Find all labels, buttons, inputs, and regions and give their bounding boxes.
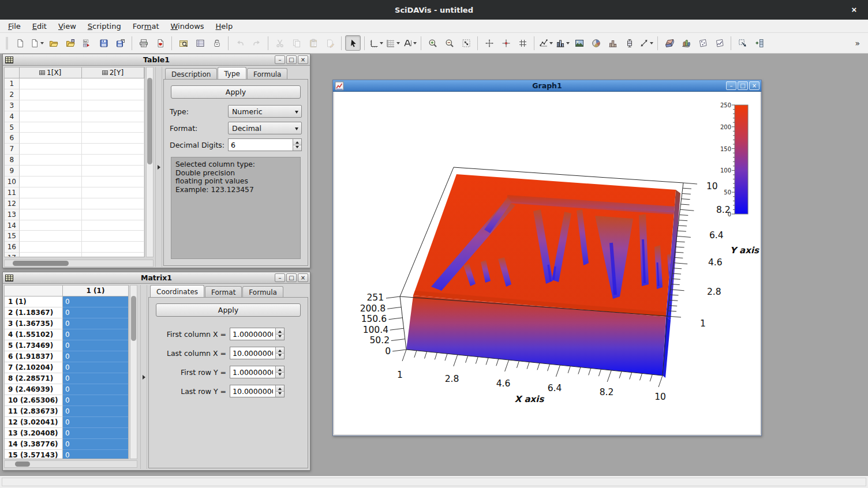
scrollbar-thumb[interactable] [131, 296, 136, 341]
first-row-y-input[interactable] [230, 366, 275, 378]
tab-formula[interactable]: Formula [247, 68, 288, 80]
row-header[interactable]: 7 [5, 144, 20, 155]
matrix-cell[interactable]: 0 [63, 384, 128, 395]
open-project-button[interactable] [46, 35, 61, 51]
table-cell[interactable] [20, 209, 82, 220]
table-cell[interactable] [82, 177, 144, 187]
matrix-row-header[interactable]: 11 (2.83673) [5, 406, 63, 417]
minimize-button[interactable]: – [275, 273, 285, 282]
spin-up-icon[interactable] [276, 328, 284, 335]
table-cell[interactable] [20, 220, 82, 231]
tab-coordinates[interactable]: Coordinates [150, 285, 204, 298]
matrix-cell[interactable]: 0 [63, 351, 128, 362]
matrix-row-header[interactable]: 13 (3.20408) [5, 428, 63, 439]
matrix-column-header[interactable]: 1 (1) [63, 286, 128, 296]
row-header[interactable]: 5 [5, 122, 20, 133]
matrix-row-header[interactable]: 7 (2.10204) [5, 362, 63, 373]
row-header[interactable]: 11 [5, 187, 20, 198]
results-log-button[interactable] [192, 35, 208, 51]
table-cell[interactable] [20, 231, 82, 242]
table-cell[interactable] [82, 111, 144, 122]
rescale-button[interactable] [458, 35, 474, 51]
matrix-cell[interactable]: 0 [63, 450, 128, 459]
open-template-button[interactable] [62, 35, 78, 51]
matrix-cell[interactable]: 0 [63, 340, 128, 351]
toolbar-grip[interactable] [6, 37, 8, 50]
vertical-scrollbar[interactable] [130, 285, 137, 459]
spin-down-icon[interactable] [276, 373, 284, 378]
minimize-button[interactable]: – [275, 55, 285, 64]
menu-file[interactable]: File [2, 21, 27, 32]
matrix-cell[interactable]: 0 [63, 318, 128, 329]
table-cell[interactable] [82, 209, 144, 220]
tab-description[interactable]: Description [165, 68, 217, 80]
spin-down-icon[interactable] [293, 145, 301, 151]
close-button[interactable]: × [298, 273, 308, 282]
matrix-row-header[interactable]: 4 (1.55102) [5, 329, 63, 340]
row-header[interactable]: 8 [5, 155, 20, 166]
pointer-button[interactable] [345, 35, 361, 51]
first-column-x-input[interactable] [230, 328, 275, 340]
table-cell[interactable] [82, 231, 144, 242]
panel-collapse-handle[interactable] [155, 67, 162, 267]
matrix-cell[interactable]: 0 [63, 417, 128, 428]
table-cell[interactable] [20, 144, 82, 155]
plot-3d-surface-button[interactable] [661, 35, 677, 51]
maximize-button[interactable]: □ [738, 81, 748, 90]
plot-vectors-button[interactable] [638, 35, 654, 51]
matrix-row-header[interactable]: 5 (1.73469) [5, 340, 63, 351]
spin-down-icon[interactable] [276, 392, 284, 397]
maximize-button[interactable]: □ [286, 55, 297, 64]
horizontal-scrollbar[interactable] [4, 460, 137, 468]
matrix-cell[interactable]: 0 [63, 406, 128, 417]
tab-format[interactable]: Format [205, 286, 242, 298]
close-button[interactable]: × [749, 81, 760, 90]
decimal-digits-spinbox[interactable] [228, 138, 302, 151]
matrix-row-header[interactable]: 8 (2.28571) [5, 373, 63, 384]
matrix-row-header[interactable]: 14 (3.38776) [5, 439, 63, 450]
select-range-button[interactable] [498, 35, 514, 51]
row-header[interactable]: 3 [5, 100, 20, 111]
table-cell[interactable] [82, 198, 144, 209]
move-points-button[interactable] [515, 35, 530, 51]
minimize-button[interactable]: – [726, 81, 736, 90]
table-cell[interactable] [82, 122, 144, 133]
table-cell[interactable] [20, 242, 82, 253]
row-header[interactable]: 16 [5, 242, 20, 253]
horizontal-scrollbar[interactable] [4, 260, 154, 267]
tab-type[interactable]: Type [218, 67, 246, 80]
table-cell[interactable] [82, 78, 144, 89]
table-cell[interactable] [20, 155, 82, 166]
vertical-scrollbar[interactable] [146, 67, 154, 257]
plot-pie-button[interactable] [588, 35, 604, 51]
table-cell[interactable] [82, 89, 144, 100]
zoom-out-button[interactable] [442, 35, 457, 51]
matrix-row-header[interactable]: 9 (2.46939) [5, 384, 63, 395]
last-row-y-spinbox[interactable] [230, 385, 285, 397]
table-cell[interactable] [20, 111, 82, 122]
corner-header[interactable] [5, 67, 20, 78]
matrix-cell[interactable]: 0 [63, 428, 128, 439]
matrix-cell[interactable]: 0 [63, 439, 128, 450]
column-header-2[interactable]: 2[Y] [82, 67, 144, 78]
maximize-button[interactable]: □ [286, 273, 297, 282]
spin-up-icon[interactable] [276, 366, 284, 373]
matrix-row-header[interactable]: 3 (1.36735) [5, 318, 63, 329]
menu-edit[interactable]: Edit [27, 21, 53, 32]
close-button[interactable]: × [298, 55, 308, 64]
table-cell[interactable] [82, 155, 144, 166]
matrix-row-header[interactable]: 15 (3.57143) [5, 450, 63, 459]
table-cell[interactable] [82, 187, 144, 198]
table-cell[interactable] [20, 166, 82, 177]
plot-box-button[interactable] [622, 35, 637, 51]
spin-down-icon[interactable] [276, 335, 284, 340]
print-button[interactable] [136, 35, 151, 51]
spin-up-icon[interactable] [276, 347, 284, 354]
menu-help[interactable]: Help [210, 21, 239, 32]
plot-image-button[interactable] [571, 35, 587, 51]
matrix-cell[interactable]: 0 [63, 395, 128, 406]
decimal-digits-input[interactable] [229, 139, 293, 151]
row-header[interactable]: 14 [5, 220, 20, 231]
column-header-1[interactable]: 1[X] [20, 67, 82, 78]
menu-view[interactable]: View [53, 21, 82, 32]
